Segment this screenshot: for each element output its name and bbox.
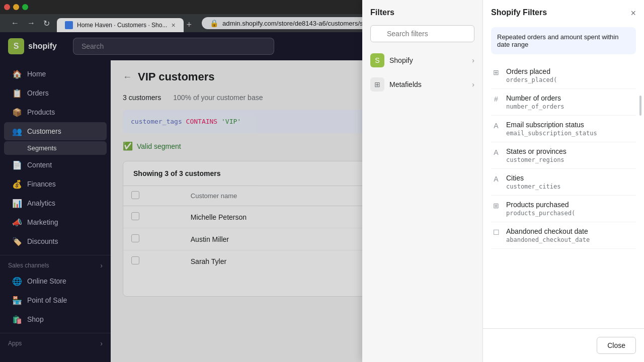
filter-left-column: Filters 🔍 S Shopify › ⊞ Metafields [362,0,483,362]
orders-placed-title: Orders placed [506,67,557,75]
number-of-orders-icon: # [491,95,501,103]
cities-content: Cities customer_cities [506,174,560,190]
filter-highlight-text: Repeated orders and amount spent within … [497,33,618,48]
products-purchased-content: Products purchased products_purchased( [506,201,575,217]
shopify-category-label: Shopify [389,56,413,64]
cities-icon: A [491,175,501,183]
email-subscription-content: Email subscription status email_subscrip… [506,121,597,137]
filter-overlay: Filters 🔍 S Shopify › ⊞ Metafields [0,0,644,362]
filter-item-orders-placed[interactable]: ⊞ Orders placed orders_placed( [491,62,636,89]
filter-panel-title: Filters [362,8,482,25]
close-filters-button[interactable]: Close [597,337,636,354]
filter-search-container: 🔍 [362,25,482,48]
metafields-category-left: ⊞ Metafields [370,77,422,92]
metafields-category-chevron: › [472,80,474,88]
orders-placed-content: Orders placed orders_placed( [506,67,557,83]
filter-item-states-provinces[interactable]: A States or provinces customer_regions [491,142,636,169]
shopify-category-chevron: › [472,56,474,64]
states-provinces-icon: A [491,148,501,156]
number-of-orders-content: Number of orders number_of_orders [506,94,565,110]
filter-item-products-purchased[interactable]: ⊞ Products purchased products_purchased( [491,196,636,222]
shopify-filters-title: Shopify Filters [491,8,547,17]
shopify-category-left: S Shopify [370,53,413,67]
filter-right-column: Shopify Filters × Repeated orders and am… [483,0,644,362]
cities-subtitle: customer_cities [506,183,560,190]
filter-item-cities[interactable]: A Cities customer_cities [491,169,636,196]
abandoned-checkout-subtitle: abandoned_checkout_date [506,236,590,243]
filter-highlight-box: Repeated orders and amount spent within … [491,27,636,54]
abandoned-checkout-title: Abandoned checkout date [506,227,590,235]
filter-item-number-of-orders[interactable]: # Number of orders number_of_orders [491,89,636,116]
filter-search-input[interactable] [370,25,474,42]
scrollbar[interactable] [639,0,642,342]
filter-panel: Filters 🔍 S Shopify › ⊞ Metafields [362,0,644,362]
states-provinces-subtitle: customer_regions [506,156,567,163]
shopify-category-icon: S [370,53,384,67]
number-of-orders-subtitle: number_of_orders [506,103,565,110]
filter-search-wrapper: 🔍 [370,25,474,42]
filter-category-shopify[interactable]: S Shopify › [362,48,482,72]
abandoned-checkout-icon: ☐ [491,228,501,236]
orders-placed-subtitle: orders_placed( [506,76,557,83]
metafields-category-label: Metafields [389,80,422,88]
products-purchased-icon: ⊞ [491,202,501,210]
states-provinces-content: States or provinces customer_regions [506,147,567,163]
metafields-category-icon: ⊞ [370,77,384,92]
abandoned-checkout-content: Abandoned checkout date abandoned_checko… [506,227,590,243]
email-subscription-title: Email subscription status [506,121,597,129]
email-subscription-icon: A [491,122,501,130]
filter-item-email-subscription[interactable]: A Email subscription status email_subscr… [491,116,636,142]
email-subscription-subtitle: email_subscription_status [506,130,597,137]
orders-placed-icon: ⊞ [491,68,501,76]
scrollbar-thumb [639,96,641,116]
products-purchased-subtitle: products_purchased( [506,210,575,217]
filter-panel-footer: Close [483,328,644,362]
products-purchased-title: Products purchased [506,201,575,209]
cities-title: Cities [506,174,560,182]
filter-panel-close-button[interactable]: × [628,6,638,21]
filter-item-abandoned-checkout[interactable]: ☐ Abandoned checkout date abandoned_chec… [491,222,636,249]
number-of-orders-title: Number of orders [506,94,565,102]
states-provinces-title: States or provinces [506,147,567,155]
filter-category-metafields[interactable]: ⊞ Metafields › [362,72,482,97]
